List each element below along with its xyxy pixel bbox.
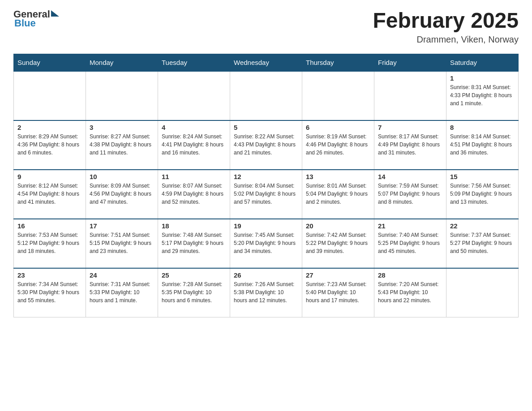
day-info: Sunrise: 8:12 AM Sunset: 4:54 PM Dayligh… [17, 182, 82, 206]
calendar-day: 28Sunrise: 7:20 AM Sunset: 5:43 PM Dayli… [374, 268, 446, 317]
day-info: Sunrise: 8:29 AM Sunset: 4:36 PM Dayligh… [17, 133, 82, 157]
day-info: Sunrise: 8:27 AM Sunset: 4:38 PM Dayligh… [90, 133, 154, 157]
calendar-day: 10Sunrise: 8:09 AM Sunset: 4:56 PM Dayli… [86, 170, 158, 219]
calendar-day: 17Sunrise: 7:51 AM Sunset: 5:15 PM Dayli… [86, 219, 158, 268]
day-number: 8 [450, 124, 515, 131]
page-header: General Blue February 2025 Drammen, Vike… [13, 9, 519, 45]
calendar-body: 1Sunrise: 8:31 AM Sunset: 4:33 PM Daylig… [14, 71, 519, 317]
calendar-day: 23Sunrise: 7:34 AM Sunset: 5:30 PM Dayli… [14, 268, 86, 317]
day-info: Sunrise: 8:22 AM Sunset: 4:43 PM Dayligh… [234, 133, 298, 157]
calendar-day [86, 71, 158, 120]
day-number: 1 [450, 74, 515, 82]
day-info: Sunrise: 8:09 AM Sunset: 4:56 PM Dayligh… [90, 182, 154, 206]
calendar-week-1: 1Sunrise: 8:31 AM Sunset: 4:33 PM Daylig… [14, 71, 519, 120]
calendar-day: 26Sunrise: 7:26 AM Sunset: 5:38 PM Dayli… [230, 268, 302, 317]
calendar-week-2: 2Sunrise: 8:29 AM Sunset: 4:36 PM Daylig… [14, 120, 519, 170]
calendar-day: 15Sunrise: 7:56 AM Sunset: 5:09 PM Dayli… [446, 170, 519, 219]
day-number: 7 [378, 124, 442, 131]
calendar-day: 6Sunrise: 8:19 AM Sunset: 4:46 PM Daylig… [302, 120, 374, 170]
day-info: Sunrise: 7:51 AM Sunset: 5:15 PM Dayligh… [90, 231, 154, 255]
day-number: 10 [90, 173, 154, 180]
calendar-day: 19Sunrise: 7:45 AM Sunset: 5:20 PM Dayli… [230, 219, 302, 268]
calendar-day [302, 71, 374, 120]
day-number: 5 [234, 124, 298, 131]
calendar-day: 13Sunrise: 8:01 AM Sunset: 5:04 PM Dayli… [302, 170, 374, 219]
day-number: 23 [17, 271, 82, 279]
day-info: Sunrise: 7:53 AM Sunset: 5:12 PM Dayligh… [17, 231, 82, 255]
calendar-day: 22Sunrise: 7:37 AM Sunset: 5:27 PM Dayli… [446, 219, 519, 268]
day-number: 11 [162, 173, 226, 180]
day-number: 13 [306, 173, 370, 180]
calendar-day: 11Sunrise: 8:07 AM Sunset: 4:59 PM Dayli… [158, 170, 230, 219]
calendar-day: 1Sunrise: 8:31 AM Sunset: 4:33 PM Daylig… [446, 71, 519, 120]
day-number: 17 [90, 222, 154, 230]
day-info: Sunrise: 7:48 AM Sunset: 5:17 PM Dayligh… [162, 231, 226, 255]
weekday-header-wednesday: Wednesday [230, 54, 302, 71]
day-number: 14 [378, 173, 442, 180]
logo: General Blue [13, 9, 59, 29]
day-info: Sunrise: 7:26 AM Sunset: 5:38 PM Dayligh… [234, 280, 298, 304]
calendar-day [158, 71, 230, 120]
calendar-day: 3Sunrise: 8:27 AM Sunset: 4:38 PM Daylig… [86, 120, 158, 170]
day-info: Sunrise: 8:01 AM Sunset: 5:04 PM Dayligh… [306, 182, 370, 206]
day-info: Sunrise: 7:23 AM Sunset: 5:40 PM Dayligh… [306, 280, 370, 304]
day-number: 9 [17, 173, 82, 180]
calendar-day [374, 71, 446, 120]
day-number: 24 [90, 271, 154, 279]
weekday-header-sunday: Sunday [14, 54, 86, 71]
calendar-day: 5Sunrise: 8:22 AM Sunset: 4:43 PM Daylig… [230, 120, 302, 170]
day-number: 18 [162, 222, 226, 230]
calendar-day: 9Sunrise: 8:12 AM Sunset: 4:54 PM Daylig… [14, 170, 86, 219]
calendar-week-4: 16Sunrise: 7:53 AM Sunset: 5:12 PM Dayli… [14, 219, 519, 268]
day-number: 21 [378, 222, 442, 230]
day-info: Sunrise: 7:20 AM Sunset: 5:43 PM Dayligh… [378, 280, 442, 304]
day-info: Sunrise: 8:14 AM Sunset: 4:51 PM Dayligh… [450, 133, 515, 157]
day-number: 19 [234, 222, 298, 230]
calendar-header: SundayMondayTuesdayWednesdayThursdayFrid… [14, 54, 519, 71]
day-number: 22 [450, 222, 515, 230]
day-info: Sunrise: 7:56 AM Sunset: 5:09 PM Dayligh… [450, 182, 515, 206]
day-info: Sunrise: 7:40 AM Sunset: 5:25 PM Dayligh… [378, 231, 442, 255]
calendar-week-3: 9Sunrise: 8:12 AM Sunset: 4:54 PM Daylig… [14, 170, 519, 219]
day-info: Sunrise: 7:37 AM Sunset: 5:27 PM Dayligh… [450, 231, 515, 255]
logo-arrow-icon [51, 10, 59, 17]
calendar-day [446, 268, 519, 317]
day-info: Sunrise: 8:04 AM Sunset: 5:02 PM Dayligh… [234, 182, 298, 206]
day-number: 2 [17, 124, 82, 131]
day-info: Sunrise: 7:31 AM Sunset: 5:33 PM Dayligh… [90, 280, 154, 304]
day-number: 25 [162, 271, 226, 279]
calendar-day: 4Sunrise: 8:24 AM Sunset: 4:41 PM Daylig… [158, 120, 230, 170]
day-info: Sunrise: 8:31 AM Sunset: 4:33 PM Dayligh… [450, 83, 515, 107]
day-number: 6 [306, 124, 370, 131]
location-text: Drammen, Viken, Norway [373, 34, 519, 45]
day-number: 12 [234, 173, 298, 180]
calendar-day: 12Sunrise: 8:04 AM Sunset: 5:02 PM Dayli… [230, 170, 302, 219]
weekday-header-tuesday: Tuesday [158, 54, 230, 71]
day-info: Sunrise: 7:34 AM Sunset: 5:30 PM Dayligh… [17, 280, 82, 304]
day-info: Sunrise: 7:42 AM Sunset: 5:22 PM Dayligh… [306, 231, 370, 255]
weekday-header-thursday: Thursday [302, 54, 374, 71]
calendar-day: 16Sunrise: 7:53 AM Sunset: 5:12 PM Dayli… [14, 219, 86, 268]
calendar-day: 21Sunrise: 7:40 AM Sunset: 5:25 PM Dayli… [374, 219, 446, 268]
title-area: February 2025 Drammen, Viken, Norway [373, 9, 519, 45]
day-number: 4 [162, 124, 226, 131]
day-info: Sunrise: 7:59 AM Sunset: 5:07 PM Dayligh… [378, 182, 442, 206]
day-number: 16 [17, 222, 82, 230]
month-title: February 2025 [373, 9, 519, 33]
day-number: 28 [378, 271, 442, 279]
weekday-header-friday: Friday [374, 54, 446, 71]
weekday-row: SundayMondayTuesdayWednesdayThursdayFrid… [14, 54, 519, 71]
calendar-table: SundayMondayTuesdayWednesdayThursdayFrid… [13, 54, 519, 318]
calendar-day [230, 71, 302, 120]
day-info: Sunrise: 8:19 AM Sunset: 4:46 PM Dayligh… [306, 133, 370, 157]
calendar-day [14, 71, 86, 120]
day-info: Sunrise: 8:07 AM Sunset: 4:59 PM Dayligh… [162, 182, 226, 206]
day-number: 20 [306, 222, 370, 230]
day-number: 3 [90, 124, 154, 131]
calendar-day: 24Sunrise: 7:31 AM Sunset: 5:33 PM Dayli… [86, 268, 158, 317]
calendar-day: 14Sunrise: 7:59 AM Sunset: 5:07 PM Dayli… [374, 170, 446, 219]
weekday-header-saturday: Saturday [446, 54, 519, 71]
calendar-day: 25Sunrise: 7:28 AM Sunset: 5:35 PM Dayli… [158, 268, 230, 317]
day-info: Sunrise: 8:17 AM Sunset: 4:49 PM Dayligh… [378, 133, 442, 157]
day-number: 15 [450, 173, 515, 180]
